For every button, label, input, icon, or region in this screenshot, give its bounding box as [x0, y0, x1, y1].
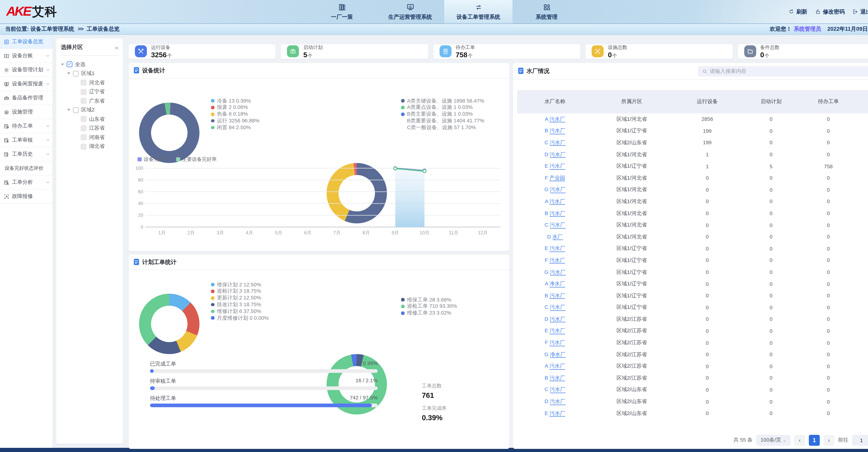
- caret-icon[interactable]: [67, 72, 70, 75]
- plant-link[interactable]: D 污水厂: [545, 151, 565, 158]
- collapse-icon[interactable]: «: [115, 44, 118, 51]
- table-row: C 污水厂区域1/辽宁省000: [517, 301, 868, 313]
- column-header[interactable]: 启动计划: [744, 98, 798, 105]
- sidebar-item-工单历史[interactable]: 工单历史: [0, 148, 53, 161]
- tree-item-广东省[interactable]: 广东省: [60, 96, 119, 105]
- plant-link[interactable]: B 污水厂: [545, 128, 565, 134]
- checkbox[interactable]: [73, 71, 79, 76]
- action-退出登录[interactable]: 退出登录: [852, 8, 868, 15]
- tree-item-区域1[interactable]: 区域1: [60, 69, 119, 78]
- sidebar-item-工单分析[interactable]: 工单分析: [0, 175, 53, 190]
- sidebar-item-工单审核[interactable]: 工单审核: [0, 133, 53, 148]
- svg-text:40: 40: [138, 201, 143, 206]
- plant-link[interactable]: A 污水厂: [545, 363, 565, 370]
- plant-link[interactable]: A 污水厂: [545, 116, 565, 123]
- region-tree-column: 选择片区 « ✓全选区域1河北省辽宁省广东省区域2山东省江苏省河南省湖北省: [53, 35, 125, 448]
- page-size-select[interactable]: 100条/页 ⌄: [756, 434, 790, 446]
- plant-link[interactable]: B 污水厂: [545, 210, 565, 217]
- tree-item-区域2[interactable]: 区域2: [60, 105, 119, 115]
- tab-一厂一策[interactable]: 一厂一策: [308, 0, 376, 24]
- svg-text:20: 20: [138, 213, 143, 218]
- device-class-legend: A类关键设备、设施 1898 56.47%A类重点设备、设施 1 0.03%B类…: [401, 98, 484, 130]
- column-header[interactable]: 水厂名称: [517, 98, 593, 105]
- sidebar-item-故障报修[interactable]: 故障报修: [0, 190, 53, 204]
- plant-link[interactable]: G 污水厂: [545, 269, 566, 276]
- table-row: C 污水厂区域2/山东省000: [517, 384, 868, 396]
- action-修改密码[interactable]: 修改密码: [815, 8, 845, 15]
- order-type-legend: 维保工单 28 3.68%巡检工单 710 93.30%维修工单 23 3.02…: [401, 297, 457, 316]
- tab-设备工单管理系统[interactable]: 设备工单管理系统: [444, 0, 513, 24]
- prev-page-button[interactable]: ‹: [794, 434, 805, 446]
- sidebar-item-设施管理[interactable]: 设施管理: [0, 105, 53, 119]
- tree-item-河北省[interactable]: 河北省: [60, 78, 119, 87]
- search-input[interactable]: [710, 68, 868, 74]
- plant-link[interactable]: B 污水厂: [545, 375, 565, 382]
- column-header[interactable]: 运行设备: [671, 98, 744, 105]
- plant-link[interactable]: E 污水厂: [545, 246, 565, 252]
- chevron-down-icon: ⌄: [783, 438, 786, 443]
- plant-link[interactable]: C 污水厂: [545, 387, 565, 393]
- current-page[interactable]: 1: [809, 434, 820, 446]
- plant-link[interactable]: E 污水厂: [545, 328, 565, 334]
- legend-item: C类一般设备、设施 57 1.70%: [401, 125, 484, 130]
- plant-link[interactable]: E 污水厂: [545, 410, 565, 417]
- checkbox-disabled[interactable]: [81, 80, 87, 86]
- tree-item-河南省[interactable]: 河南省: [60, 133, 119, 142]
- plant-link[interactable]: D 水厂: [547, 234, 563, 240]
- plant-link[interactable]: B 污水厂: [545, 292, 565, 299]
- plant-link[interactable]: C 污水厂: [545, 304, 565, 311]
- plant-link[interactable]: D 污水厂: [545, 316, 565, 323]
- tab-生产运营管理系统[interactable]: 生产运营管理系统: [376, 0, 444, 24]
- goto-page-input[interactable]: 1: [852, 434, 868, 446]
- tree-item-湖北省[interactable]: 湖北省: [60, 142, 119, 151]
- column-header[interactable]: 待办工单: [798, 98, 858, 105]
- caret-icon[interactable]: [67, 109, 70, 111]
- tree-item-全选[interactable]: ✓全选: [60, 60, 119, 69]
- column-header[interactable]: 所属片区: [593, 98, 671, 105]
- sidebar-item-设备完好状态评价[interactable]: 设备完好状态评价: [0, 161, 53, 175]
- plant-link[interactable]: C 污水厂: [545, 222, 565, 228]
- stat-card-设施总数: 设施总数0个: [586, 44, 733, 59]
- tab-系统管理[interactable]: 系统管理: [513, 0, 581, 24]
- plant-link[interactable]: A 污水厂: [545, 198, 565, 205]
- user-link[interactable]: 系统管理员: [794, 26, 821, 32]
- sidebar-item-备品备件管理[interactable]: 备品备件管理: [0, 91, 53, 105]
- tree-item-辽宁省[interactable]: 辽宁省: [60, 87, 119, 97]
- next-page-button[interactable]: ›: [824, 434, 834, 446]
- plant-link[interactable]: F 污水厂: [545, 257, 565, 264]
- plant-link[interactable]: E 污水厂: [545, 163, 565, 170]
- checkbox[interactable]: [73, 107, 79, 113]
- plant-link[interactable]: A 净水厂: [545, 281, 565, 287]
- checkbox-disabled[interactable]: [81, 134, 87, 140]
- plant-link[interactable]: C 污水厂: [545, 139, 565, 146]
- checkbox-disabled[interactable]: [81, 89, 87, 95]
- sidebar-item-设备台账[interactable]: 设备台账: [0, 49, 53, 63]
- legend-item: 闲置 84 2.50%: [211, 125, 259, 130]
- sidebar-item-工单设备总览[interactable]: 工单设备总览: [0, 35, 53, 49]
- sidebar-item-设备闲置报废[interactable]: 设备闲置报废: [0, 77, 53, 91]
- table-row: B 污水厂区域1/辽宁省19900: [517, 125, 868, 137]
- sidebar-item-设备管理计划[interactable]: 设备管理计划: [0, 63, 53, 77]
- monitor-icon: [406, 3, 414, 11]
- legend-item: 维保工单 28 3.68%: [401, 297, 457, 302]
- checkbox-disabled[interactable]: [81, 98, 87, 104]
- plant-link[interactable]: D 污水厂: [545, 398, 565, 405]
- caret-icon[interactable]: [61, 63, 64, 65]
- legend-item[interactable]: 主要设备完好率: [176, 156, 217, 163]
- legend-item[interactable]: 设备完好率: [137, 156, 168, 163]
- tree-item-江苏省[interactable]: 江苏省: [60, 124, 119, 133]
- section-doc-icon: [134, 259, 139, 265]
- action-刷新[interactable]: 刷新: [788, 8, 807, 15]
- checkbox-disabled[interactable]: [81, 143, 87, 149]
- checkbox-checked[interactable]: ✓: [67, 62, 72, 67]
- plant-link[interactable]: F 产业园: [545, 175, 565, 182]
- line-chart-legend: 设备完好率主要设备完好率: [137, 156, 217, 163]
- plant-link[interactable]: F 污水厂: [545, 340, 565, 346]
- checkbox-disabled[interactable]: [81, 116, 87, 122]
- plant-link[interactable]: G 净水厂: [545, 351, 566, 358]
- sidebar-item-待办工单[interactable]: 待办工单: [0, 119, 53, 133]
- tree-item-山东省[interactable]: 山东省: [60, 115, 119, 124]
- checkbox-disabled[interactable]: [81, 125, 87, 131]
- search-box[interactable]: [698, 66, 868, 76]
- plant-link[interactable]: G 污水厂: [545, 187, 566, 193]
